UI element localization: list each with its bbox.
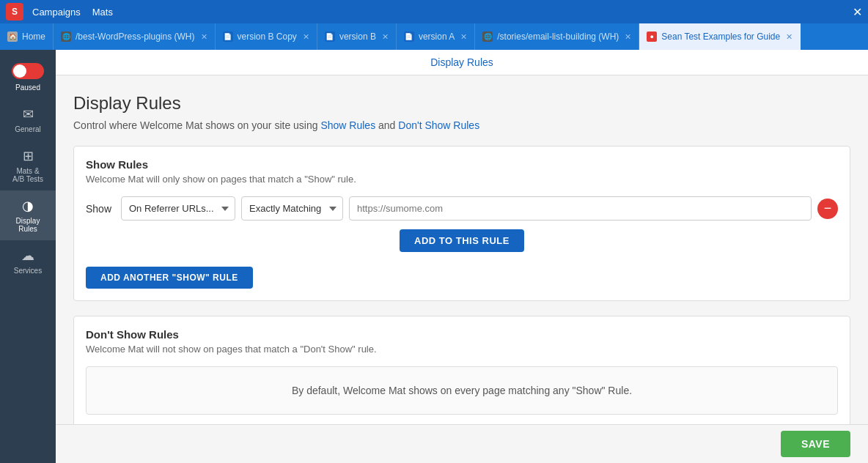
- tab-vb-favicon: 📄: [325, 32, 335, 42]
- tab-vb-close[interactable]: ✕: [382, 32, 389, 42]
- dont-show-rules-section: Don't Show Rules Welcome Mat will not sh…: [73, 316, 850, 424]
- tab-version-a-label: version A: [419, 32, 455, 42]
- dont-show-rules-subtitle: Welcome Mat will not show on pages that …: [86, 344, 838, 355]
- page-subtitle: Control where Welcome Mat shows on your …: [73, 119, 850, 131]
- tab-home[interactable]: 🏠 Home: [0, 23, 54, 50]
- general-icon: ✉: [23, 106, 34, 122]
- mats-icon: ⊞: [23, 148, 34, 164]
- url-input[interactable]: [349, 196, 812, 221]
- tab-best-wp[interactable]: 🌐 /best-WordPress-plugins (WH) ✕: [54, 23, 215, 50]
- nav-campaigns[interactable]: Campaigns: [32, 7, 81, 18]
- sidebar-item-general[interactable]: ✉ General: [0, 99, 56, 141]
- tab-home-favicon: 🏠: [7, 32, 18, 42]
- display-rules-icon: ◑: [22, 198, 34, 214]
- window-close-button[interactable]: ✕: [853, 5, 862, 19]
- tab-va-close[interactable]: ✕: [460, 32, 467, 42]
- tab-vbc-close[interactable]: ✕: [303, 32, 309, 42]
- add-another-show-rule-button[interactable]: ADD ANOTHER "SHOW" RULE: [86, 267, 253, 289]
- sidebar-item-mats[interactable]: ⊞ Mats &A/B Tests: [0, 141, 56, 190]
- tab-best-wp-favicon: 🌐: [61, 32, 71, 42]
- tab-stories[interactable]: 🌐 /stories/email-list-building (WH) ✕: [475, 23, 639, 50]
- tab-sean-close[interactable]: ✕: [786, 32, 792, 42]
- tab-version-a[interactable]: 📄 version A ✕: [397, 23, 475, 50]
- subtitle-mid: and: [378, 119, 398, 131]
- dont-show-rules-title: Don't Show Rules: [86, 328, 838, 341]
- sidebar-item-services[interactable]: ☁ Services: [0, 240, 56, 282]
- add-to-rule-row: ADD TO THIS RULE: [86, 229, 838, 252]
- dont-show-rules-link[interactable]: Don't Show Rules: [398, 119, 479, 131]
- content-area: Display Rules Display Rules Control wher…: [56, 50, 868, 463]
- sidebar-mats-label: Mats &A/B Tests: [12, 167, 43, 183]
- tab-best-wp-close[interactable]: ✕: [201, 32, 207, 42]
- tab-sean-label: Sean Test Examples for Guide: [661, 32, 780, 42]
- tab-best-wp-label: /best-WordPress-plugins (WH): [76, 32, 194, 42]
- title-nav: Campaigns Mats: [32, 7, 113, 18]
- show-rules-section: Show Rules Welcome Mat will only show on…: [73, 146, 850, 301]
- default-message-text: By default, Welcome Mat shows on every p…: [292, 385, 632, 396]
- add-to-rule-button[interactable]: ADD TO THIS RULE: [400, 229, 524, 252]
- sidebar-paused-label: Paused: [15, 84, 40, 92]
- tab-version-b-label: version B: [339, 32, 376, 42]
- remove-rule-button[interactable]: −: [817, 199, 838, 219]
- tab-version-b-copy-label: version B Copy: [238, 32, 297, 42]
- tabs-bar: 🏠 Home 🌐 /best-WordPress-plugins (WH) ✕ …: [0, 23, 868, 50]
- tab-stories-favicon: 🌐: [482, 32, 493, 42]
- subtitle-prefix: Control where Welcome Mat shows on your …: [73, 119, 320, 131]
- paused-toggle[interactable]: [12, 63, 44, 79]
- sidebar-display-rules-label: DisplayRules: [16, 217, 40, 233]
- sub-header: Display Rules: [56, 50, 868, 75]
- sidebar-general-label: General: [15, 125, 41, 133]
- tab-home-label: Home: [22, 32, 45, 42]
- tab-va-favicon: 📄: [404, 32, 414, 42]
- tab-sean[interactable]: ● Sean Test Examples for Guide ✕: [639, 23, 801, 50]
- referrer-url-select[interactable]: On Referrer URLs... On Page URLs... On A…: [121, 196, 235, 221]
- page-content: Display Rules Control where Welcome Mat …: [56, 75, 868, 424]
- matching-type-select[interactable]: Exactly Matching Contains Starts With En…: [241, 196, 343, 221]
- sidebar-services-label: Services: [14, 267, 42, 275]
- save-button[interactable]: SAVE: [781, 431, 850, 457]
- tab-stories-label: /stories/email-list-building (WH): [497, 32, 619, 42]
- rule-show-label: Show: [86, 203, 115, 215]
- main-layout: Paused ✉ General ⊞ Mats &A/B Tests ◑ Dis…: [0, 50, 868, 463]
- save-bar: SAVE: [56, 424, 868, 463]
- tab-sean-favicon: ●: [647, 32, 657, 42]
- sidebar-item-paused[interactable]: Paused: [0, 56, 56, 99]
- sidebar: Paused ✉ General ⊞ Mats &A/B Tests ◑ Dis…: [0, 50, 56, 463]
- show-rule-row: Show On Referrer URLs... On Page URLs...…: [86, 196, 838, 221]
- title-bar: S Campaigns Mats ✕: [0, 0, 868, 23]
- nav-mats[interactable]: Mats: [92, 7, 113, 18]
- tab-version-b-copy[interactable]: 📄 version B Copy ✕: [216, 23, 317, 50]
- sub-header-link[interactable]: Display Rules: [430, 56, 493, 68]
- tab-stories-close[interactable]: ✕: [625, 32, 631, 42]
- page-title: Display Rules: [73, 93, 850, 114]
- sidebar-item-display-rules[interactable]: ◑ DisplayRules: [0, 190, 56, 240]
- show-rules-link[interactable]: Show Rules: [320, 119, 375, 131]
- tab-version-b[interactable]: 📄 version B ✕: [317, 23, 397, 50]
- show-rules-subtitle: Welcome Mat will only show on pages that…: [86, 174, 838, 185]
- services-icon: ☁: [21, 248, 34, 264]
- show-rules-title: Show Rules: [86, 158, 838, 171]
- default-message-box: By default, Welcome Mat shows on every p…: [86, 366, 838, 415]
- tab-vbc-favicon: 📄: [223, 32, 233, 42]
- app-logo: S: [6, 3, 23, 21]
